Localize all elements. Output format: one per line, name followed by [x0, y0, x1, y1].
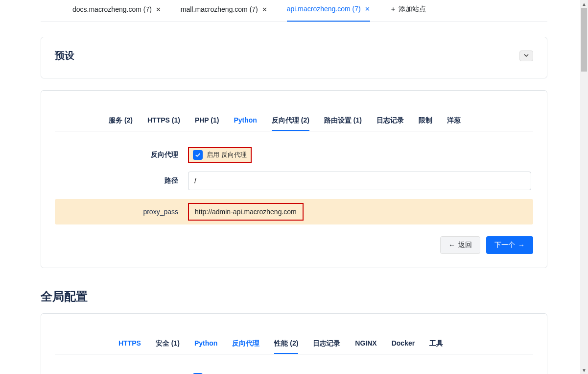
- label-proxy-pass: proxy_pass: [55, 208, 188, 216]
- row-enable-reverse-proxy: 反向代理 启用 反向代理: [55, 147, 533, 163]
- divider: [41, 22, 547, 22]
- preset-panel: 预设: [41, 37, 547, 78]
- site-tab-mall[interactable]: mall.macrozheng.com (7) ✕: [181, 5, 267, 22]
- tab-python[interactable]: Python: [234, 111, 257, 131]
- tab-global-logging[interactable]: 日志记录: [313, 334, 340, 354]
- preset-panel-title: 预设: [55, 49, 74, 62]
- global-config-panel: HTTPS 安全 (1) Python 反向代理 性能 (2) 日志记录 NGI…: [41, 313, 547, 374]
- checkbox-enable-reverse-proxy[interactable]: [193, 150, 203, 160]
- site-tab-label: mall.macrozheng.com (7): [181, 5, 258, 13]
- label-reverse-proxy: 反向代理: [55, 150, 188, 159]
- scroll-down-arrow-icon[interactable]: ▼: [580, 366, 588, 374]
- tab-service[interactable]: 服务 (2): [109, 111, 133, 131]
- tab-global-tools[interactable]: 工具: [429, 334, 443, 354]
- next-button-label: 下一个: [494, 241, 515, 249]
- tab-limit[interactable]: 限制: [419, 111, 432, 131]
- label-path: 路径: [55, 176, 188, 185]
- scrollbar-thumb[interactable]: [581, 8, 587, 72]
- tab-global-performance[interactable]: 性能 (2): [274, 334, 298, 354]
- close-icon[interactable]: ✕: [156, 6, 161, 13]
- preset-config-panel: 服务 (2) HTTPS (1) PHP (1) Python 反向代理 (2)…: [41, 90, 547, 268]
- add-site-button[interactable]: ＋ 添加站点: [390, 5, 426, 22]
- control-enable-reverse-proxy: 启用 反向代理: [188, 147, 533, 163]
- global-config-title: 全局配置: [41, 289, 547, 304]
- row-path: 路径: [55, 172, 533, 190]
- button-row: ← 返回 下一个 →: [55, 236, 533, 254]
- tab-logging[interactable]: 日志记录: [376, 111, 404, 131]
- global-inner-tabs: HTTPS 安全 (1) Python 反向代理 性能 (2) 日志记录 NGI…: [55, 334, 533, 354]
- arrow-left-icon: ←: [448, 241, 455, 249]
- control-proxy-pass: http://admin-api.macrozheng.com: [188, 203, 533, 221]
- collapse-button[interactable]: [519, 50, 533, 61]
- preset-inner-tabs: 服务 (2) HTTPS (1) PHP (1) Python 反向代理 (2)…: [55, 111, 533, 131]
- chevron-down-icon: [523, 52, 529, 60]
- tab-reverse-proxy[interactable]: 反向代理 (2): [272, 111, 309, 131]
- site-tab-label: api.macrozheng.com (7): [287, 5, 361, 13]
- site-tabs: docs.macrozheng.com (7) ✕ mall.macrozhen…: [72, 0, 584, 22]
- reverse-proxy-form: 反向代理 启用 反向代理 路径 proxy_pass: [55, 131, 533, 254]
- performance-form: Gzip 压缩 启用Gzip压缩 Brotli 压缩 启用 Brotli 压缩: [55, 354, 533, 374]
- add-site-label: 添加站点: [399, 5, 426, 14]
- tab-global-python[interactable]: Python: [194, 334, 217, 354]
- back-button[interactable]: ← 返回: [440, 236, 480, 254]
- close-icon[interactable]: ✕: [262, 6, 267, 13]
- tab-routing[interactable]: 路由设置 (1): [324, 111, 362, 131]
- tab-https[interactable]: HTTPS (1): [147, 111, 180, 131]
- gzip-checkbox-wrap: 启用Gzip压缩: [188, 370, 251, 374]
- close-icon[interactable]: ✕: [365, 5, 370, 13]
- control-path: [188, 172, 533, 190]
- highlight-enable-reverse-proxy: 启用 反向代理: [188, 147, 252, 163]
- tab-global-nginx[interactable]: NGINX: [355, 334, 376, 354]
- scrollbar[interactable]: ▲ ▼: [580, 0, 588, 374]
- tab-onion[interactable]: 洋葱: [447, 111, 461, 131]
- tab-php[interactable]: PHP (1): [195, 111, 219, 131]
- plus-icon: ＋: [390, 5, 397, 14]
- row-proxy-pass: proxy_pass http://admin-api.macrozheng.c…: [55, 199, 533, 224]
- control-gzip: 启用Gzip压缩: [188, 370, 533, 374]
- next-button[interactable]: 下一个 →: [486, 236, 533, 254]
- site-tab-label: docs.macrozheng.com (7): [72, 5, 152, 13]
- tab-global-https[interactable]: HTTPS: [118, 334, 141, 354]
- scroll-up-arrow-icon[interactable]: ▲: [580, 0, 588, 8]
- proxy-pass-value[interactable]: http://admin-api.macrozheng.com: [188, 203, 304, 221]
- site-tab-api[interactable]: api.macrozheng.com (7) ✕: [287, 5, 370, 22]
- tab-global-security[interactable]: 安全 (1): [156, 334, 180, 354]
- back-button-label: 返回: [458, 241, 472, 249]
- arrow-right-icon: →: [518, 241, 525, 249]
- site-tab-docs[interactable]: docs.macrozheng.com (7) ✕: [72, 5, 161, 22]
- tab-global-docker[interactable]: Docker: [392, 334, 415, 354]
- checkbox-label: 启用 反向代理: [207, 150, 247, 159]
- path-input[interactable]: [188, 172, 531, 190]
- preset-panel-header: 预设: [55, 49, 533, 62]
- tab-global-reverse-proxy[interactable]: 反向代理: [232, 334, 259, 354]
- row-gzip: Gzip 压缩 启用Gzip压缩: [55, 370, 533, 374]
